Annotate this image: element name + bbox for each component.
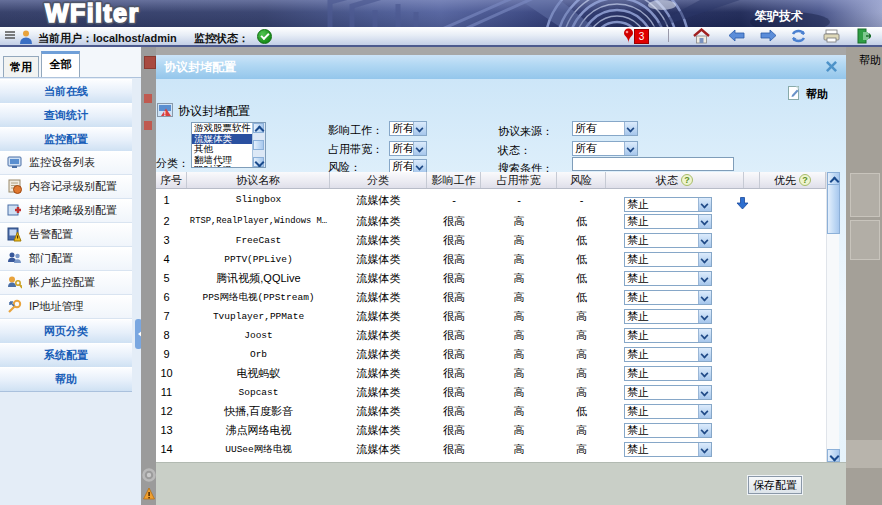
svg-text:!: ! [164,110,166,117]
svg-text:WFilter: WFilter [45,0,140,27]
